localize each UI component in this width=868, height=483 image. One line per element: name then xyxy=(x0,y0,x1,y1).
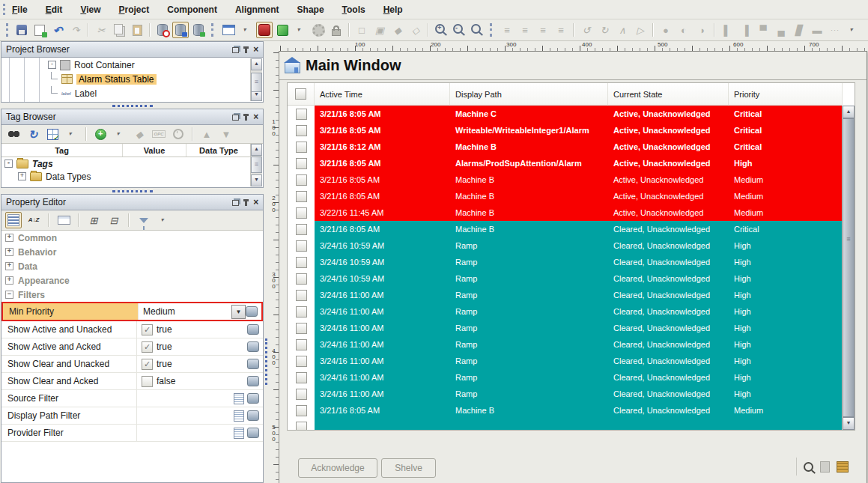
align-bottom-icon[interactable]: ▄ xyxy=(773,22,789,38)
binding-icon[interactable] xyxy=(247,376,259,386)
row-checkbox[interactable] xyxy=(296,257,307,268)
row-checkbox[interactable] xyxy=(296,389,307,400)
alarm-row[interactable]: 3/21/16 8:05 AM Writeable/WriteableInteg… xyxy=(288,122,843,139)
scroll-thumb[interactable] xyxy=(843,118,855,417)
splitter-handle[interactable] xyxy=(0,103,264,109)
menu-shape[interactable]: Shape xyxy=(297,4,324,15)
property-section[interactable]: − Filters xyxy=(1,288,263,302)
section-toggle-icon[interactable]: + xyxy=(5,276,13,285)
row-checkbox[interactable] xyxy=(296,306,307,318)
rotate-ccw-icon[interactable]: ↺ xyxy=(578,22,595,38)
flip-horizontal-icon[interactable]: ∧ xyxy=(614,22,631,38)
sort-az-icon[interactable]: A↓Z xyxy=(25,212,42,228)
new-tag-icon[interactable]: + xyxy=(92,126,109,142)
select-bounds-icon[interactable]: □ xyxy=(353,22,370,38)
property-section[interactable]: + Appearance xyxy=(1,273,263,288)
float-panel-icon[interactable] xyxy=(232,47,239,53)
binding-icon[interactable] xyxy=(247,393,259,404)
row-checkbox[interactable] xyxy=(296,207,307,219)
collapse-toggle[interactable]: - xyxy=(4,160,13,168)
menu-component[interactable]: Component xyxy=(167,4,217,15)
collapse-all-icon[interactable]: ⊟ xyxy=(106,212,122,228)
row-checkbox[interactable] xyxy=(296,109,307,120)
alarm-row[interactable]: 3/21/16 8:05 AM Machine B Active, Unackn… xyxy=(288,171,843,188)
column-tag[interactable]: Tag xyxy=(1,144,123,157)
expand-toggle[interactable]: + xyxy=(18,172,26,180)
scroll-up-icon[interactable]: ▲ xyxy=(251,144,262,156)
summary-panel-icon[interactable] xyxy=(55,212,72,228)
column-data-type[interactable]: Data Type xyxy=(186,144,252,157)
binding-icon[interactable] xyxy=(247,359,259,369)
menu-view[interactable]: View xyxy=(80,4,100,15)
property-section[interactable]: + Common xyxy=(1,231,263,245)
float-panel-icon[interactable] xyxy=(232,115,239,121)
column-current-state[interactable]: Current State xyxy=(608,83,729,106)
alarm-row[interactable]: 3/24/16 11:00 AM Ramp Cleared, Unacknowl… xyxy=(288,386,843,402)
row-checkbox[interactable] xyxy=(296,356,307,367)
tree-item-label-component[interactable]: label Label xyxy=(1,86,263,100)
alarm-row[interactable]: 3/21/16 8:05 AM Alarms/ProdSupAttention/… xyxy=(288,155,843,171)
scroll-thumb[interactable] xyxy=(251,73,262,92)
alarm-row[interactable]: 3/24/16 11:00 AM Ramp Cleared, Unacknowl… xyxy=(288,369,843,386)
scroll-down-icon[interactable]: ▼ xyxy=(843,417,855,430)
rotate-cw-icon[interactable]: ↻ xyxy=(596,22,613,38)
db-commit-icon[interactable] xyxy=(172,22,189,38)
pin-panel-icon[interactable] xyxy=(245,114,247,121)
scroll-up-icon[interactable]: ▲ xyxy=(843,106,855,118)
alarm-row[interactable]: 3/24/16 11:00 AM Ramp Cleared, Unacknowl… xyxy=(288,303,843,320)
db-update-icon[interactable] xyxy=(190,22,207,38)
column-priority[interactable]: Priority xyxy=(729,83,843,106)
scroll-thumb[interactable] xyxy=(251,157,262,173)
row-checkbox[interactable] xyxy=(296,125,307,136)
row-checkbox[interactable] xyxy=(296,142,307,153)
property-section[interactable]: + Behavior xyxy=(1,245,263,259)
property-section[interactable]: + Data xyxy=(1,259,263,273)
tag-tree-tags[interactable]: - Tags xyxy=(1,157,263,170)
tag-tree-data-types[interactable]: + Data Types xyxy=(1,170,263,183)
float-panel-icon[interactable] xyxy=(232,200,239,206)
tree-item-root-container[interactable]: - Root Container xyxy=(1,58,263,72)
close-panel-icon[interactable]: × xyxy=(253,45,258,54)
menu-edit[interactable]: Edit xyxy=(46,4,63,15)
alarm-row[interactable]: 3/24/16 11:00 AM Ramp Cleared, Unacknowl… xyxy=(288,287,843,303)
shelve-button[interactable]: Shelve xyxy=(381,458,436,478)
menu-file[interactable]: File xyxy=(12,4,28,15)
binding-icon[interactable] xyxy=(247,428,259,438)
alarm-row[interactable]: 3/21/16 8:05 AM Machine C Active, Unackn… xyxy=(288,106,843,122)
row-checkbox[interactable] xyxy=(296,158,307,169)
lock-icon[interactable] xyxy=(328,22,345,38)
align-right-icon[interactable]: ▐ xyxy=(737,22,753,38)
section-toggle-icon[interactable]: + xyxy=(5,262,13,270)
row-checkbox[interactable] xyxy=(296,339,307,350)
zoom-in-icon[interactable] xyxy=(433,22,449,38)
edit-tag-icon[interactable]: ◆ xyxy=(131,126,148,142)
row-checkbox[interactable] xyxy=(296,290,307,301)
row-checkbox[interactable] xyxy=(296,273,307,285)
binding-icon[interactable] xyxy=(247,341,259,352)
cut-icon[interactable]: ✂ xyxy=(93,22,109,38)
refresh-icon[interactable]: ↻ xyxy=(25,126,41,142)
text-editor-icon[interactable] xyxy=(234,428,244,439)
update-project-icon[interactable] xyxy=(31,22,48,38)
alarm-table-scrollbar[interactable]: ▲ ▼ xyxy=(842,106,855,430)
pin-panel-icon[interactable] xyxy=(245,46,247,53)
close-panel-icon[interactable]: × xyxy=(253,198,258,207)
window-dropdown[interactable]: ▾ xyxy=(238,22,255,38)
column-value[interactable]: Value xyxy=(123,144,186,157)
grid-dropdown[interactable]: ▾ xyxy=(64,126,80,142)
property-checkbox[interactable] xyxy=(142,376,153,387)
binding-icon[interactable] xyxy=(246,306,258,317)
z-back-icon[interactable]: ≡ xyxy=(553,22,569,38)
shape-outline-icon[interactable]: ◇ xyxy=(407,22,424,38)
opc-browse-icon[interactable]: OPC xyxy=(151,126,167,142)
center-horizontal-icon[interactable]: ▊ xyxy=(791,22,807,38)
alarm-row[interactable]: 3/24/16 11:00 AM Ramp Cleared, Unacknowl… xyxy=(288,320,843,336)
flip-vertical-icon[interactable]: ▷ xyxy=(632,22,649,38)
section-toggle-icon[interactable]: + xyxy=(5,248,13,256)
splitter-handle[interactable] xyxy=(0,188,264,194)
alarm-row[interactable]: 3/24/16 10:59 AM Ramp Cleared, Unacknowl… xyxy=(288,270,843,287)
collapse-toggle[interactable]: - xyxy=(48,61,56,69)
align-left-icon[interactable]: ▌ xyxy=(719,22,735,38)
acknowledge-button[interactable]: Acknowledge xyxy=(298,458,377,478)
z-lower-icon[interactable]: ≡ xyxy=(517,22,533,38)
